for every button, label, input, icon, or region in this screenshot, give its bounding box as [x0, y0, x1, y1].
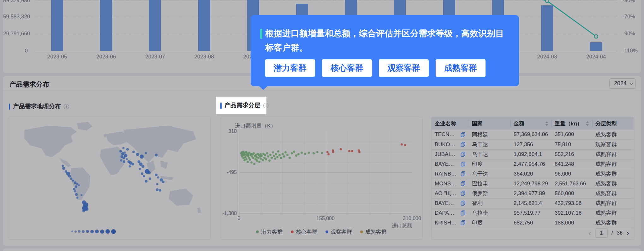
tour-button-watch[interactable]: 观察客群 — [379, 59, 429, 77]
dashboard-page: 2023-052023-062023-072023-082023-092023-… — [0, 0, 644, 251]
tooltip-buttons: 潜力客群 核心客群 观察客群 成熟客群 — [265, 59, 506, 77]
tier-distribution-label: 产品需求分层 i — [220, 101, 269, 110]
tour-button-core[interactable]: 核心客群 — [322, 59, 372, 77]
label-accent-bar — [220, 103, 222, 109]
tooltip-arrow — [259, 86, 268, 90]
tooltip-accent-bar — [260, 29, 262, 39]
tour-button-mature[interactable]: 成熟客群 — [436, 59, 486, 77]
tour-tooltip: 根据进口额增量和总额，综合评估并区分需求等级，高效识别目标客户群。 潜力客群 核… — [251, 15, 519, 86]
tier-distribution-title: 产品需求分层 — [224, 101, 260, 110]
tour-button-potential[interactable]: 潜力客群 — [265, 59, 315, 77]
info-icon[interactable]: i — [263, 103, 269, 108]
tier-label-spotlight: 产品需求分层 i — [216, 97, 266, 114]
tooltip-text: 根据进口额增量和总额，综合评估并区分需求等级，高效识别目标客户群。 — [265, 27, 504, 55]
